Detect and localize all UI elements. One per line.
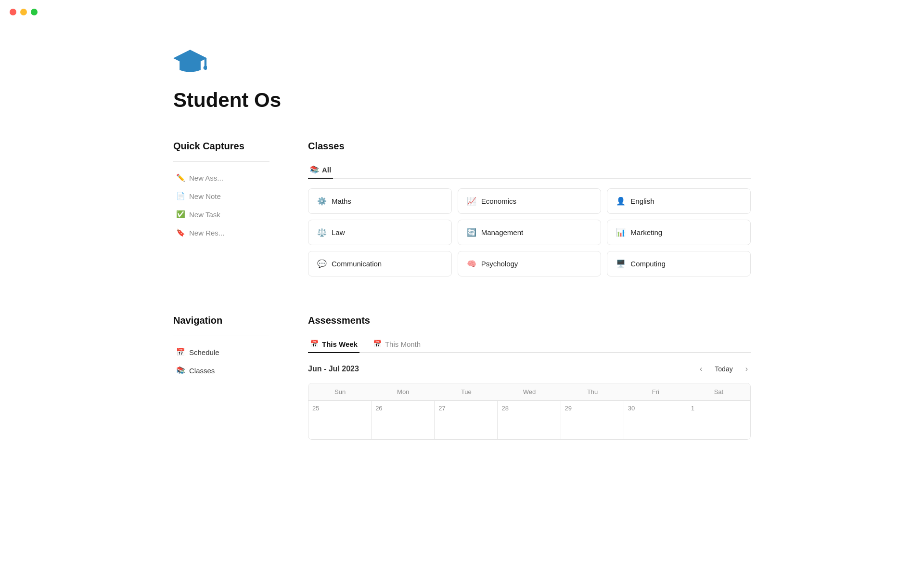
quick-capture-new-ass[interactable]: ✏️ New Ass...: [173, 170, 270, 186]
tab-all[interactable]: 📚 All: [308, 161, 333, 179]
tab-this-month[interactable]: 📅 This Month: [371, 336, 423, 353]
nav-classes[interactable]: 📚 Classes: [173, 362, 270, 379]
maximize-button[interactable]: [31, 9, 38, 15]
cal-cell-30[interactable]: 30: [624, 401, 687, 439]
law-icon: ⚖️: [317, 228, 327, 237]
quick-capture-new-res[interactable]: 🔖 New Res...: [173, 224, 270, 241]
app-logo: [173, 43, 751, 79]
calendar-today-button[interactable]: Today: [711, 363, 736, 375]
communication-label: Communication: [332, 260, 382, 268]
this-week-label: This Week: [322, 340, 358, 348]
main-content: Student Os Quick Captures ✏️ New Ass... …: [125, 0, 799, 517]
classes-tabs: 📚 All: [308, 161, 751, 179]
cal-header-fri: Fri: [624, 383, 687, 401]
management-label: Management: [481, 228, 524, 236]
traffic-lights: [0, 0, 47, 24]
assessments-section: Assessments 📅 This Week 📅 This Month Jun…: [308, 315, 751, 440]
assessments-tabs: 📅 This Week 📅 This Month: [308, 336, 751, 353]
class-card-management[interactable]: 🔄 Management: [458, 220, 602, 245]
nav-classes-label: Classes: [189, 367, 215, 375]
new-note-label: New Note: [189, 192, 221, 200]
cal-header-tue: Tue: [435, 383, 498, 401]
svg-marker-0: [173, 50, 207, 66]
tab-this-week[interactable]: 📅 This Week: [308, 336, 359, 353]
communication-icon: 💬: [317, 259, 327, 268]
law-label: Law: [332, 228, 345, 236]
economics-icon: 📈: [467, 197, 476, 206]
assessments-title: Assessments: [308, 315, 751, 326]
classes-grid: ⚙️ Maths 📈 Economics 👤 English ⚖️ Law 🔄: [308, 188, 751, 276]
navigation-title: Navigation: [173, 315, 270, 326]
calendar-prev-button[interactable]: ‹: [697, 363, 705, 375]
top-section: Quick Captures ✏️ New Ass... 📄 New Note …: [173, 141, 751, 276]
divider-1: [173, 161, 270, 162]
calendar-grid: Sun Mon Tue Wed Thu Fri Sat 25 26 27 28 …: [308, 383, 751, 440]
nav-classes-icon: 📚: [176, 366, 185, 375]
maths-label: Maths: [332, 197, 351, 205]
quick-capture-list: ✏️ New Ass... 📄 New Note ✅ New Task 🔖 Ne…: [173, 170, 270, 241]
class-card-marketing[interactable]: 📊 Marketing: [607, 220, 751, 245]
new-ass-icon: ✏️: [176, 173, 185, 182]
maths-icon: ⚙️: [317, 197, 327, 206]
svg-point-2: [204, 66, 207, 70]
schedule-label: Schedule: [189, 348, 219, 356]
computing-label: Computing: [630, 260, 666, 268]
cal-cell-26[interactable]: 26: [372, 401, 435, 439]
divider-2: [173, 336, 270, 336]
new-ass-label: New Ass...: [189, 174, 223, 182]
management-icon: 🔄: [467, 228, 476, 237]
cal-header-mon: Mon: [372, 383, 435, 401]
psychology-icon: 🧠: [467, 259, 476, 268]
class-card-communication[interactable]: 💬 Communication: [308, 251, 452, 276]
quick-capture-new-task[interactable]: ✅ New Task: [173, 206, 270, 223]
bottom-section: Navigation 📅 Schedule 📚 Classes Assessme…: [173, 315, 751, 440]
this-month-label: This Month: [385, 340, 421, 348]
this-month-cal-icon: 📅: [373, 340, 382, 348]
cal-cell-25[interactable]: 25: [308, 401, 372, 439]
english-icon: 👤: [616, 197, 626, 206]
new-res-label: New Res...: [189, 229, 224, 237]
class-card-computing[interactable]: 🖥️ Computing: [607, 251, 751, 276]
cal-header-thu: Thu: [561, 383, 624, 401]
calendar-date-range: Jun - Jul 2023: [308, 365, 359, 373]
this-week-cal-icon: 📅: [310, 340, 319, 348]
cal-header-sun: Sun: [308, 383, 372, 401]
calendar-next-button[interactable]: ›: [743, 363, 751, 375]
cal-cell-29[interactable]: 29: [561, 401, 624, 439]
quick-capture-new-note[interactable]: 📄 New Note: [173, 188, 270, 204]
classes-title: Classes: [308, 141, 751, 152]
minimize-button[interactable]: [20, 9, 27, 15]
cal-header-sat: Sat: [687, 383, 750, 401]
marketing-icon: 📊: [616, 228, 626, 237]
nav-list: 📅 Schedule 📚 Classes: [173, 344, 270, 379]
cal-header-wed: Wed: [498, 383, 561, 401]
class-card-economics[interactable]: 📈 Economics: [458, 188, 602, 214]
english-label: English: [630, 197, 654, 205]
new-task-label: New Task: [189, 210, 220, 219]
new-res-icon: 🔖: [176, 228, 185, 237]
navigation-section: Navigation 📅 Schedule 📚 Classes: [173, 315, 270, 440]
quick-captures-title: Quick Captures: [173, 141, 270, 152]
cal-cell-27[interactable]: 27: [435, 401, 498, 439]
classes-section: Classes 📚 All ⚙️ Maths 📈 Economics 👤: [308, 141, 751, 276]
economics-label: Economics: [481, 197, 516, 205]
marketing-label: Marketing: [630, 228, 662, 236]
nav-schedule[interactable]: 📅 Schedule: [173, 344, 270, 360]
tab-all-label: All: [322, 166, 331, 174]
class-card-law[interactable]: ⚖️ Law: [308, 220, 452, 245]
svg-rect-1: [205, 58, 206, 67]
calendar-nav: ‹ Today ›: [697, 363, 751, 375]
computing-icon: 🖥️: [616, 259, 626, 268]
cal-cell-28[interactable]: 28: [498, 401, 561, 439]
new-note-icon: 📄: [176, 192, 185, 200]
new-task-icon: ✅: [176, 210, 185, 219]
class-card-english[interactable]: 👤 English: [607, 188, 751, 214]
schedule-icon: 📅: [176, 348, 185, 356]
close-button[interactable]: [10, 9, 16, 15]
page-title: Student Os: [173, 89, 751, 112]
class-card-psychology[interactable]: 🧠 Psychology: [458, 251, 602, 276]
tab-all-icon: 📚: [310, 165, 319, 174]
quick-captures-section: Quick Captures ✏️ New Ass... 📄 New Note …: [173, 141, 270, 276]
cal-cell-1[interactable]: 1: [687, 401, 750, 439]
class-card-maths[interactable]: ⚙️ Maths: [308, 188, 452, 214]
